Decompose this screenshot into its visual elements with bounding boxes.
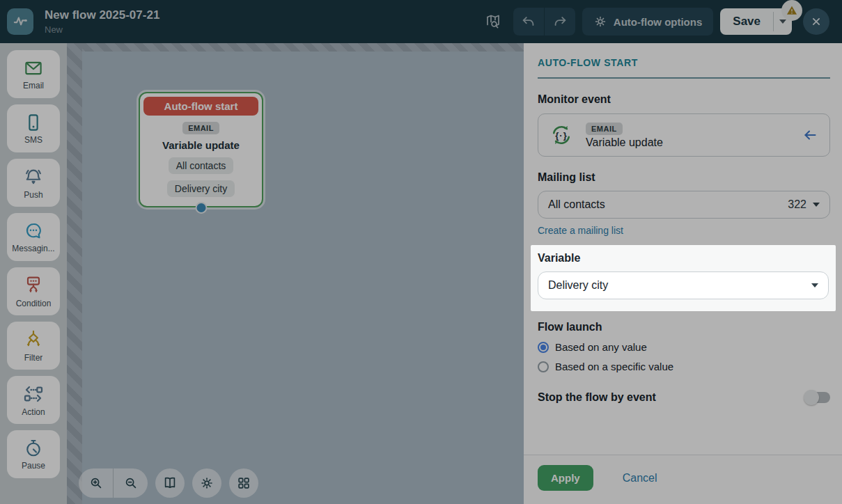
cancel-link[interactable]: Cancel (623, 472, 657, 485)
envelope-icon (23, 58, 44, 79)
sidebar-item-messaging[interactable]: Messagin... (7, 213, 60, 261)
mailing-list-select[interactable]: All contacts 322 (538, 191, 830, 219)
sync-variable-icon: {·} (548, 122, 575, 148)
canvas-edge-hatch-left (67, 43, 82, 504)
auto-flow-start-node[interactable]: Auto-flow start EMAIL Variable update Al… (139, 92, 263, 207)
caret-down-icon (779, 19, 786, 24)
sidebar-item-label: Pause (22, 461, 45, 471)
mailing-list-count: 322 (788, 198, 806, 211)
sidebar-item-condition[interactable]: Condition (7, 267, 60, 315)
node-output-connector[interactable] (195, 202, 207, 214)
save-button[interactable]: Save (720, 8, 773, 35)
sidebar-item-push[interactable]: Push (7, 159, 60, 207)
close-editor-button[interactable] (803, 8, 829, 35)
create-mailing-list-link[interactable]: Create a mailing list (538, 225, 830, 236)
panel-footer: Apply Cancel (524, 455, 842, 504)
monitor-event-card[interactable]: {·} EMAIL Variable update (538, 113, 830, 157)
block-palette-sidebar: Email SMS Push (0, 43, 67, 504)
mailing-list-label: Mailing list (538, 171, 830, 184)
history-group (513, 8, 575, 36)
auto-flow-options-button[interactable]: Auto-flow options (582, 8, 713, 36)
sidebar-item-label: Push (24, 190, 42, 200)
node-tag-variable: Delivery city (167, 180, 235, 197)
flow-status: New (45, 24, 159, 35)
warning-triangle-icon (785, 3, 799, 17)
sidebar-item-pause[interactable]: Pause (7, 430, 60, 478)
panel-title-divider (538, 77, 830, 79)
mailing-list-value: All contacts (548, 198, 605, 211)
monitor-event-label: Monitor event (538, 93, 830, 106)
zoom-in-icon (88, 475, 104, 491)
variable-value: Delivery city (548, 279, 608, 292)
map-preview-button[interactable] (483, 11, 504, 32)
event-name: Variable update (586, 136, 663, 149)
variable-section-spotlight: Variable Delivery city (531, 245, 836, 311)
zoom-in-button[interactable] (79, 468, 113, 498)
pulse-icon (11, 13, 29, 31)
stop-flow-label: Stop the flow by event (538, 391, 656, 404)
flow-launch-label: Flow launch (538, 321, 830, 333)
panel-title: AUTO-FLOW START (538, 57, 830, 68)
apply-button[interactable]: Apply (538, 465, 593, 491)
sidebar-item-filter[interactable]: Filter (7, 322, 60, 370)
sidebar-item-label: Messagin... (12, 244, 54, 253)
chat-bubble-icon (23, 221, 44, 242)
stopwatch-icon (23, 438, 44, 459)
warning-badge (781, 0, 802, 21)
variable-select[interactable]: Delivery city (538, 271, 829, 299)
node-header: Auto-flow start (143, 97, 258, 116)
save-split-button: Save (720, 8, 792, 35)
undo-icon (521, 14, 536, 29)
canvas-toolbar (79, 468, 258, 498)
event-channel-badge: EMAIL (586, 123, 623, 135)
radio-selected-icon (538, 342, 549, 353)
change-event-button[interactable] (802, 127, 818, 143)
gear-icon (199, 475, 215, 491)
radio-based-on-specific-value[interactable]: Based on a specific value (538, 361, 830, 372)
close-icon (810, 15, 822, 28)
sidebar-item-sms[interactable]: SMS (7, 104, 60, 152)
radio-based-on-any-value[interactable]: Based on any value (538, 341, 830, 353)
grid-apps-icon (236, 475, 251, 491)
app-logo (7, 8, 33, 35)
auto-flow-options-label: Auto-flow options (614, 16, 702, 28)
sidebar-item-action[interactable]: Action (7, 376, 60, 424)
redo-icon (552, 14, 568, 29)
caret-down-icon (811, 283, 818, 288)
minimap-button[interactable] (155, 468, 185, 498)
radio-unselected-icon (538, 361, 549, 372)
sidebar-item-label: Condition (16, 299, 52, 308)
map-search-icon (485, 13, 501, 30)
sidebar-item-label: SMS (24, 135, 42, 145)
smartphone-icon (23, 112, 44, 133)
auto-flow-start-panel: AUTO-FLOW START Monitor event {·} EMAIL … (524, 43, 842, 504)
undo-button[interactable] (513, 8, 544, 36)
sidebar-item-label: Email (23, 81, 44, 90)
caret-down-icon (813, 203, 820, 207)
gear-icon (593, 15, 607, 29)
node-tag-mailing-list: All contacts (169, 157, 234, 174)
event-info: EMAIL Variable update (586, 122, 663, 149)
flow-title: New flow 2025-07-21 (45, 8, 159, 22)
zoom-controls (79, 468, 148, 498)
flow-canvas[interactable]: Auto-flow start EMAIL Variable update Al… (67, 43, 524, 504)
zoom-out-button[interactable] (114, 468, 148, 498)
redo-button[interactable] (545, 8, 575, 36)
map-book-icon (162, 475, 178, 491)
stop-flow-toggle[interactable] (805, 392, 830, 403)
stop-flow-row: Stop the flow by event (538, 391, 830, 404)
header-bar: New flow 2025-07-21 New (0, 0, 842, 43)
zoom-out-icon (123, 475, 139, 491)
bell-icon (22, 166, 45, 188)
canvas-settings-button[interactable] (192, 468, 221, 498)
canvas-edge-hatch-top (67, 43, 524, 52)
title-block: New flow 2025-07-21 New (45, 8, 159, 35)
node-channel-badge: EMAIL (182, 122, 219, 134)
blocks-overview-button[interactable] (229, 468, 258, 498)
node-event-title: Variable update (162, 139, 240, 151)
sidebar-item-email[interactable]: Email (7, 50, 60, 98)
branch-box-icon (22, 274, 45, 297)
diamond-split-icon (22, 329, 45, 351)
sidebar-item-label: Filter (24, 353, 43, 363)
arrow-left-icon (802, 127, 818, 143)
